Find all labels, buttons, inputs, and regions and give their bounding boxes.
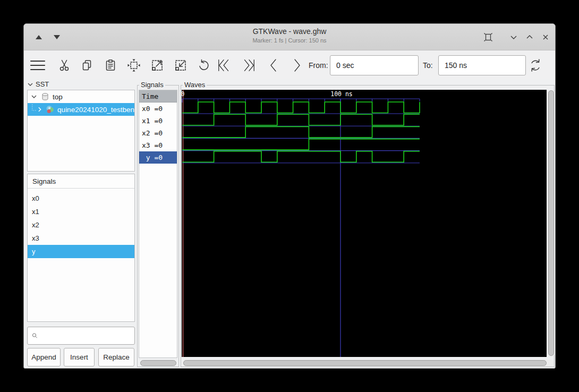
- sst-label: SST: [36, 80, 49, 88]
- svg-text:0: 0: [182, 90, 185, 98]
- wave-names-frame: Signals Time x0 =0 x1 =0 x2 =0 x3 =0 y =…: [137, 85, 179, 367]
- maximize-button[interactable]: [523, 31, 536, 44]
- names-horizontal-scrollbar[interactable]: [140, 360, 176, 366]
- reload-button[interactable]: [527, 57, 543, 73]
- insert-button[interactable]: Insert: [64, 348, 95, 367]
- signal-list-item-x2[interactable]: x2: [28, 218, 134, 232]
- close-button[interactable]: [539, 31, 552, 44]
- waveform-svg: 0100 ns: [182, 90, 547, 357]
- undo-icon: [197, 58, 210, 72]
- skip-to-end-icon: [240, 58, 256, 73]
- hamburger-menu-icon: [30, 58, 46, 72]
- signal-list-item-x1[interactable]: x1: [28, 205, 134, 218]
- chevron-up-icon: [525, 33, 534, 41]
- module-icon: [45, 105, 55, 115]
- wave-trace-y: [182, 151, 420, 163]
- waves-frame: Waves 0100 ns: [181, 85, 555, 367]
- replace-button[interactable]: Replace: [98, 348, 134, 367]
- time-header: Time: [139, 90, 177, 103]
- waves-frame-label: Waves: [183, 81, 207, 89]
- zoom-in-icon: [150, 58, 164, 72]
- search-input[interactable]: [41, 327, 134, 344]
- tree-item-testbench[interactable]: quine20241020_testben: [28, 103, 134, 116]
- wave-names-list: Time x0 =0 x1 =0 x2 =0 x3 =0 y =0: [139, 90, 177, 358]
- previous-edge-button[interactable]: [266, 57, 282, 73]
- chevron-down-icon: [27, 81, 33, 88]
- skip-to-start-icon: [217, 58, 233, 73]
- copy-button[interactable]: [79, 57, 95, 73]
- tree-connector: [29, 103, 37, 116]
- menu-button[interactable]: [30, 57, 46, 73]
- wave-name-row-x1[interactable]: x1 =0: [139, 115, 177, 127]
- search-icon: [32, 331, 38, 340]
- next-edge-button[interactable]: [289, 57, 305, 73]
- sst-tree: top quine20241020_testben: [27, 90, 135, 172]
- scissors-icon: [58, 59, 71, 72]
- svg-text:100 ns: 100 ns: [330, 90, 353, 98]
- undo-button[interactable]: [195, 57, 211, 73]
- tree-item-label: quine20241020_testben: [57, 106, 134, 114]
- go-to-end-button[interactable]: [240, 57, 256, 73]
- database-icon: [40, 92, 50, 101]
- signal-list-item-x0[interactable]: x0: [28, 192, 134, 205]
- signal-list-item-x3[interactable]: x3: [28, 232, 134, 245]
- clipboard-icon: [104, 59, 117, 72]
- minimize-button[interactable]: [507, 31, 520, 44]
- tree-item-top[interactable]: top: [28, 90, 134, 103]
- to-label: To:: [423, 61, 433, 70]
- signals-list-header: Signals: [28, 174, 134, 189]
- copy-icon: [81, 59, 93, 72]
- cut-button[interactable]: [56, 57, 72, 73]
- zoom-fit-button[interactable]: [126, 57, 142, 73]
- to-input[interactable]: [438, 55, 526, 75]
- wave-trace-x3: [182, 139, 420, 150]
- expander-down-icon[interactable]: [31, 93, 37, 100]
- go-to-start-button[interactable]: [217, 57, 233, 73]
- waves-vertical-scrollbar[interactable]: [548, 90, 554, 356]
- titlebar[interactable]: GTKWave - wave.ghw Marker: 1 fs | Cursor…: [24, 24, 555, 50]
- gtkwave-window: GTKWave - wave.ghw Marker: 1 fs | Cursor…: [23, 23, 556, 369]
- chevron-down-icon: [509, 33, 518, 41]
- zoom-fit-icon: [127, 58, 141, 72]
- wave-name-row-y[interactable]: y =0: [139, 151, 177, 164]
- sst-section-header[interactable]: SST: [27, 80, 49, 88]
- waveform-canvas[interactable]: 0100 ns: [182, 90, 547, 357]
- waves-vertical-scrollbar-track: [548, 90, 555, 357]
- chevron-right-icon: [291, 58, 303, 73]
- waves-horizontal-scrollbar[interactable]: [183, 360, 547, 366]
- paste-button[interactable]: [103, 57, 118, 73]
- tree-item-label: top: [53, 93, 63, 101]
- expander-right-icon[interactable]: [37, 106, 43, 113]
- signals-list-panel: Signals x0 x1 x2 x3 y: [27, 174, 135, 322]
- keep-above-icon: [483, 32, 493, 42]
- marker-cursor-status: Marker: 1 fs | Cursor: 150 ns: [24, 37, 555, 44]
- window-title: GTKWave - wave.ghw: [24, 27, 555, 36]
- wave-trace-x1: [182, 114, 420, 125]
- signal-list-item-y[interactable]: y: [28, 245, 134, 258]
- zoom-out-icon: [174, 58, 188, 72]
- wave-name-row-x3[interactable]: x3 =0: [139, 139, 177, 151]
- wave-name-row-x2[interactable]: x2 =0: [139, 127, 177, 139]
- append-button[interactable]: Append: [27, 348, 61, 367]
- reload-icon: [528, 58, 543, 73]
- zoom-in-button[interactable]: [149, 57, 165, 73]
- signal-search-box[interactable]: [27, 327, 135, 345]
- wave-trace-x0: [182, 102, 420, 113]
- wave-names-frame-label: Signals: [139, 81, 165, 89]
- wave-name-row-x0[interactable]: x0 =0: [139, 103, 177, 115]
- from-label: From:: [309, 61, 328, 70]
- toolbar: From: To:: [24, 51, 555, 79]
- from-input[interactable]: [330, 55, 419, 75]
- keep-above-button[interactable]: [482, 31, 495, 44]
- wave-trace-x2: [182, 126, 420, 138]
- close-icon: [541, 33, 550, 41]
- zoom-out-button[interactable]: [173, 57, 189, 73]
- chevron-left-icon: [267, 58, 280, 73]
